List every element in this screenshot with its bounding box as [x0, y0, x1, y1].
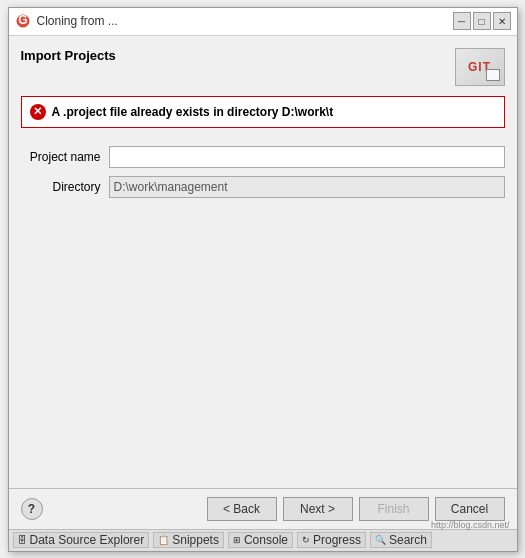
snippets-icon: 📋 — [158, 535, 169, 545]
title-bar: G Cloning from ... ─ □ ✕ — [9, 8, 517, 36]
error-icon: ✕ — [30, 104, 46, 120]
progress-icon: ↻ — [302, 535, 310, 545]
error-box: ✕ A .project file already exists in dire… — [21, 96, 505, 128]
taskbar-console[interactable]: ⊞ Console — [228, 532, 293, 548]
maximize-button[interactable]: □ — [473, 12, 491, 30]
taskbar-progress[interactable]: ↻ Progress — [297, 532, 366, 548]
error-message: A .project file already exists in direct… — [52, 105, 334, 119]
watermark: http://blog.csdn.net/ — [431, 520, 510, 530]
cancel-button[interactable]: Cancel — [435, 497, 505, 521]
console-icon: ⊞ — [233, 535, 241, 545]
help-button[interactable]: ? — [21, 498, 43, 520]
taskbar-search[interactable]: 🔍 Search — [370, 532, 432, 548]
directory-input — [109, 176, 505, 198]
window-title: Cloning from ... — [37, 14, 118, 28]
content-area: Import Projects GIT ✕ A .project file al… — [9, 36, 517, 488]
directory-row: Directory — [21, 176, 505, 198]
svg-text:G: G — [18, 14, 27, 27]
project-name-label: Project name — [21, 150, 101, 164]
minimize-button[interactable]: ─ — [453, 12, 471, 30]
next-button[interactable]: Next > — [283, 497, 353, 521]
finish-button[interactable]: Finish — [359, 497, 429, 521]
project-name-row: Project name — [21, 146, 505, 168]
close-button[interactable]: ✕ — [493, 12, 511, 30]
datasource-icon: 🗄 — [18, 535, 27, 545]
directory-label: Directory — [21, 180, 101, 194]
project-name-input[interactable] — [109, 146, 505, 168]
section-header: Import Projects GIT — [21, 48, 505, 86]
main-window: G Cloning from ... ─ □ ✕ Import Projects… — [8, 7, 518, 552]
import-projects-title: Import Projects — [21, 48, 116, 63]
back-button[interactable]: < Back — [207, 497, 277, 521]
git-badge: GIT — [455, 48, 505, 86]
taskbar-datasource[interactable]: 🗄 Data Source Explorer — [13, 532, 150, 548]
search-icon: 🔍 — [375, 535, 386, 545]
form-area: Project name Directory — [21, 138, 505, 206]
bottom-taskbar: 🗄 Data Source Explorer 📋 Snippets ⊞ Cons… — [9, 529, 517, 551]
window-icon: G — [15, 13, 31, 29]
taskbar-snippets[interactable]: 📋 Snippets — [153, 532, 224, 548]
